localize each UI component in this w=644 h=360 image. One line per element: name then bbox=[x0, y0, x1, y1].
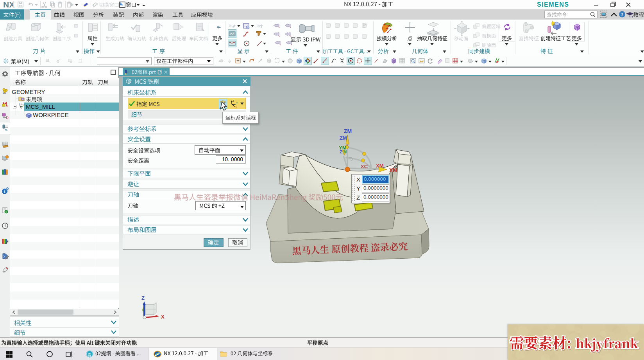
svg-text:X: X bbox=[161, 314, 165, 320]
svg-text:Z: Z bbox=[233, 99, 234, 102]
svg-text:Y: Y bbox=[236, 101, 238, 104]
svg-text:Z: Z bbox=[141, 295, 145, 301]
svg-text:Z: Z bbox=[340, 149, 342, 154]
svg-text:ZM: ZM bbox=[344, 128, 352, 134]
svg-text:ZM: ZM bbox=[340, 135, 347, 141]
svg-text:i: i bbox=[4, 189, 5, 194]
svg-text:XM: XM bbox=[376, 163, 384, 169]
svg-text:?: ? bbox=[621, 12, 623, 17]
svg-text:Z: Z bbox=[21, 103, 23, 105]
svg-text:5: 5 bbox=[258, 23, 260, 28]
svg-text:Y: Y bbox=[23, 104, 25, 106]
svg-text:X: X bbox=[235, 106, 237, 108]
svg-text:XC: XC bbox=[361, 164, 368, 169]
svg-text:M: M bbox=[343, 150, 347, 154]
svg-text:5: 5 bbox=[229, 23, 232, 28]
svg-text:XM: XM bbox=[389, 167, 397, 173]
